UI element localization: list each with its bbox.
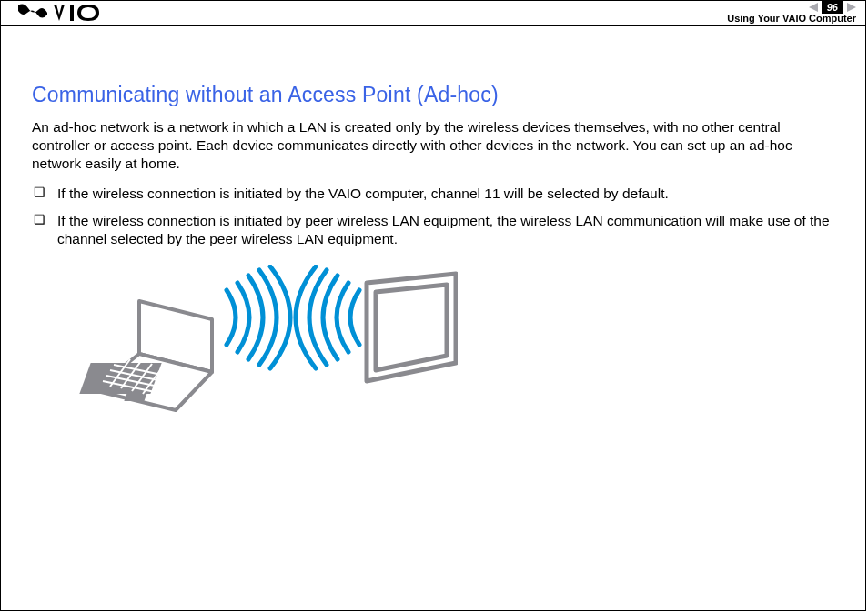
intro-paragraph: An ad-hoc network is a network in which …: [32, 118, 840, 172]
adhoc-illustration: [76, 265, 840, 432]
content-heading: Communicating without an Access Point (A…: [32, 83, 840, 107]
vaio-logo: [17, 3, 105, 26]
prev-page-arrow-icon[interactable]: [809, 3, 818, 12]
next-page-arrow-icon[interactable]: [847, 3, 856, 12]
section-title: Using Your VAIO Computer: [727, 13, 856, 24]
svg-rect-0: [70, 5, 74, 21]
header-right: 96 Using Your VAIO Computer: [727, 1, 856, 24]
manual-page: 96 Using Your VAIO Computer Communicatin…: [0, 0, 866, 611]
list-item: If the wireless connection is initiated …: [32, 212, 840, 248]
list-item: If the wireless connection is initiated …: [32, 185, 840, 203]
page-nav: 96: [727, 1, 856, 14]
page-header: 96 Using Your VAIO Computer: [1, 1, 865, 26]
page-number: 96: [822, 1, 843, 14]
bullet-list: If the wireless connection is initiated …: [32, 185, 840, 247]
page-content: Communicating without an Access Point (A…: [1, 26, 865, 432]
